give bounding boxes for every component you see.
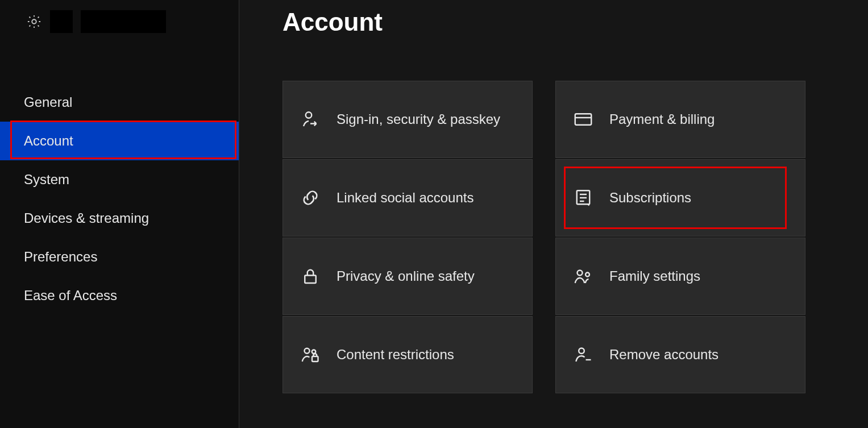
sidebar-item-system[interactable]: System	[0, 160, 239, 199]
sidebar-item-label: Account	[24, 133, 73, 149]
tile-label: Remove accounts	[609, 346, 719, 363]
people-icon	[573, 266, 593, 286]
tile-remove-accounts[interactable]: Remove accounts	[555, 316, 805, 393]
receipt-icon	[573, 188, 593, 208]
svg-rect-4	[305, 276, 316, 284]
sidebar-item-general[interactable]: General	[0, 83, 239, 122]
settings-main: Account Sign-in, security & passkey Pa	[239, 0, 868, 428]
tile-label: Subscriptions	[609, 189, 691, 206]
card-icon	[573, 109, 593, 130]
link-icon	[300, 188, 321, 208]
settings-sidebar: General Account System Devices & streami…	[0, 0, 239, 428]
sidebar-nav: General Account System Devices & streami…	[0, 83, 239, 315]
tile-payment[interactable]: Payment & billing	[555, 81, 805, 158]
lock-icon	[300, 266, 321, 286]
tile-subscriptions[interactable]: Subscriptions	[555, 159, 805, 236]
tile-family[interactable]: Family settings	[555, 238, 805, 315]
tile-label: Payment & billing	[609, 111, 715, 128]
tile-label: Content restrictions	[337, 346, 454, 363]
sidebar-item-ease-of-access[interactable]: Ease of Access	[0, 276, 239, 315]
svg-point-5	[578, 271, 583, 276]
sidebar-item-label: System	[24, 172, 69, 188]
gear-icon	[26, 14, 42, 30]
tile-label: Privacy & online safety	[337, 268, 475, 285]
profile-avatar-placeholder	[50, 10, 73, 33]
svg-point-10	[579, 348, 584, 354]
tile-content-restrictions[interactable]: Content restrictions	[283, 316, 533, 393]
people-lock-icon	[300, 344, 321, 365]
sidebar-item-label: Ease of Access	[24, 288, 117, 304]
sidebar-item-devices[interactable]: Devices & streaming	[0, 199, 239, 238]
tile-privacy[interactable]: Privacy & online safety	[283, 238, 533, 315]
svg-rect-9	[312, 356, 318, 361]
svg-point-0	[32, 19, 36, 23]
person-arrow-icon	[300, 109, 321, 130]
account-tiles: Sign-in, security & passkey Payment & bi…	[283, 81, 805, 393]
person-minus-icon	[573, 344, 593, 365]
sidebar-item-label: Devices & streaming	[24, 210, 149, 226]
tile-label: Sign-in, security & passkey	[337, 111, 500, 128]
sidebar-item-preferences[interactable]: Preferences	[0, 238, 239, 276]
page-title: Account	[283, 8, 383, 36]
sidebar-item-account[interactable]: Account	[0, 122, 239, 160]
svg-point-6	[585, 273, 589, 277]
sidebar-item-label: Preferences	[24, 249, 97, 265]
svg-rect-2	[575, 114, 592, 125]
svg-point-7	[305, 348, 310, 354]
tile-signin[interactable]: Sign-in, security & passkey	[283, 81, 533, 158]
tile-label: Family settings	[609, 268, 700, 285]
svg-point-1	[306, 112, 312, 118]
sidebar-header	[0, 0, 239, 33]
tile-label: Linked social accounts	[337, 189, 474, 206]
tile-linked[interactable]: Linked social accounts	[283, 159, 533, 236]
sidebar-item-label: General	[24, 94, 72, 110]
profile-name-placeholder	[81, 10, 166, 33]
